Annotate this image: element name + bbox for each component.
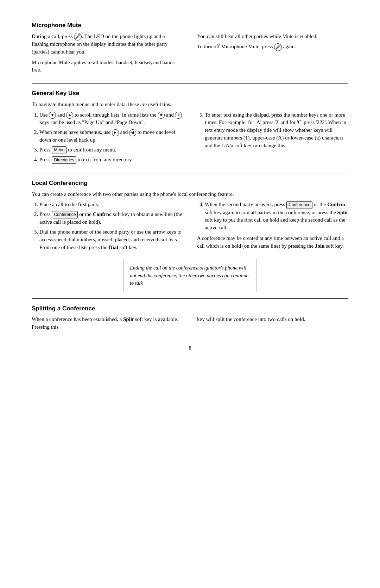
split-label-1: Split bbox=[337, 210, 348, 215]
dial-label: Dial bbox=[109, 245, 118, 250]
list-item: Press Menu to exit from any menu. bbox=[39, 146, 183, 154]
menu-key: Menu bbox=[52, 146, 66, 154]
list-item: When the second party answers, press Con… bbox=[205, 201, 348, 232]
list-item: Use ▼ and ▲ to scroll through lists. In … bbox=[39, 111, 183, 127]
general-key-use-section: General Key Use To navigate through menu… bbox=[32, 89, 348, 167]
local-conferencing-right-para: A conference may be created at any time … bbox=[197, 235, 348, 250]
local-conferencing-section: Local Conferencing You can create a conf… bbox=[32, 179, 348, 292]
mic-icon-1: 🎤 bbox=[74, 33, 82, 41]
splitting-left-text: When a conference has been established, … bbox=[32, 316, 183, 331]
splitting-conference-right: key will split the conference into two c… bbox=[197, 316, 348, 334]
splitting-conference-title: Splitting a Conference bbox=[32, 304, 348, 313]
microphone-mute-right: You can still hear all other parties whi… bbox=[197, 33, 348, 77]
splitting-right-text: key will split the conference into two c… bbox=[197, 316, 348, 323]
list-item: Press Directories to exit from any direc… bbox=[39, 156, 183, 164]
up-arrow-icon: ▲ bbox=[66, 112, 73, 119]
split-label-2: Split bbox=[123, 316, 134, 322]
list-item: Press Conference or the Confrnc soft key… bbox=[39, 211, 183, 226]
splitting-conference-left: When a conference has been established, … bbox=[32, 316, 183, 334]
microphone-mute-content: During a call, press 🎤. The LED on the p… bbox=[32, 33, 348, 77]
local-conferencing-intro: You can create a conference with two oth… bbox=[32, 191, 348, 198]
mic-mute-para3: You can still hear all other parties whi… bbox=[197, 33, 348, 41]
general-key-use-intro: To navigate through menus and to enter d… bbox=[32, 101, 348, 109]
confrnc-label-1: Confrnc bbox=[93, 211, 112, 217]
list-item: Place a call to the first party. bbox=[39, 201, 183, 209]
list-item: Dial the phone number of the second part… bbox=[39, 228, 183, 251]
divider-2 bbox=[32, 173, 348, 173]
conference-key-2: Conference bbox=[286, 201, 312, 209]
local-conferencing-left-list: Place a call to the first party. Press C… bbox=[32, 201, 183, 251]
star-icon: ★ bbox=[158, 112, 165, 119]
mic-mute-para4: To turn off Microphone Mute, press 🎤 aga… bbox=[197, 43, 348, 51]
microphone-mute-section: Microphone Mute During a call, press 🎤. … bbox=[32, 21, 348, 77]
confrnc-label-2: Confrnc bbox=[327, 202, 346, 207]
down-arrow-icon: ▼ bbox=[49, 112, 56, 119]
splitting-conference-content: When a conference has been established, … bbox=[32, 316, 348, 334]
local-conferencing-content: Place a call to the first party. Press C… bbox=[32, 201, 348, 254]
join-label: Join bbox=[315, 243, 325, 249]
note-text: Ending the call on the conference origin… bbox=[130, 265, 248, 285]
general-key-use-right: To enter text using the dialpad, press t… bbox=[197, 111, 348, 167]
local-conferencing-right-list: When the second party answers, press Con… bbox=[197, 201, 348, 232]
list-item: When menus have submenus, use ► and ◀ to… bbox=[39, 129, 183, 144]
directories-key: Directories bbox=[52, 156, 76, 164]
local-conferencing-right: When the second party answers, press Con… bbox=[197, 201, 348, 254]
left-arrow-icon: ◀ bbox=[129, 129, 136, 136]
mic-mute-para2: Microphone Mute applies to all modes: ha… bbox=[32, 59, 183, 74]
general-key-use-left-list: Use ▼ and ▲ to scroll through lists. In … bbox=[32, 111, 183, 164]
general-key-use-content: Use ▼ and ▲ to scroll through lists. In … bbox=[32, 111, 348, 167]
divider-1 bbox=[32, 83, 348, 83]
right-arrow-icon: ► bbox=[112, 129, 119, 136]
local-conferencing-title: Local Conferencing bbox=[32, 179, 348, 188]
page-number: 8 bbox=[32, 345, 348, 352]
general-key-use-right-list: To enter text using the dialpad, press t… bbox=[197, 111, 348, 150]
hash-icon: # bbox=[175, 112, 182, 119]
microphone-mute-left: During a call, press 🎤. The LED on the p… bbox=[32, 33, 183, 77]
conference-key-1: Conference bbox=[52, 211, 78, 218]
local-conferencing-left: Place a call to the first party. Press C… bbox=[32, 201, 183, 254]
splitting-conference-section: Splitting a Conference When a conference… bbox=[32, 304, 348, 334]
mic-mute-para1: During a call, press 🎤. The LED on the p… bbox=[32, 33, 183, 56]
list-item: To enter text using the dialpad, press t… bbox=[205, 111, 348, 150]
microphone-mute-title: Microphone Mute bbox=[32, 21, 348, 30]
divider-3 bbox=[32, 298, 348, 299]
mic-icon-2: 🎤 bbox=[274, 43, 282, 51]
note-box: Ending the call on the conference origin… bbox=[123, 259, 257, 292]
general-key-use-title: General Key Use bbox=[32, 89, 348, 98]
general-key-use-left: Use ▼ and ▲ to scroll through lists. In … bbox=[32, 111, 183, 167]
